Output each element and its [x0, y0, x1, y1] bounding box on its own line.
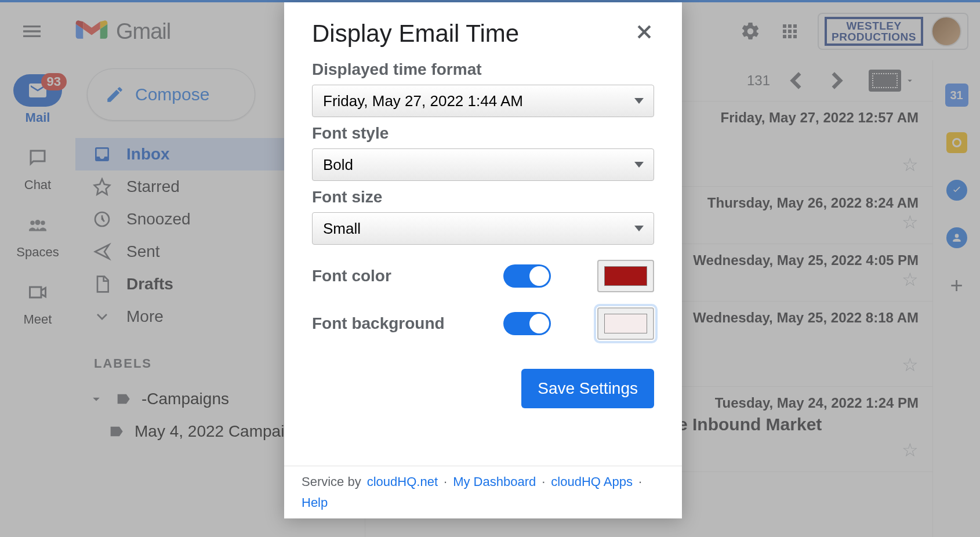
caret-down-icon — [88, 391, 104, 407]
label-time-format: Displayed time format — [312, 60, 654, 79]
clock-icon — [93, 210, 111, 228]
main-menu-button[interactable] — [12, 11, 52, 52]
keep-app[interactable] — [945, 131, 968, 154]
label-font-style: Font style — [312, 124, 654, 143]
font-background-toggle[interactable] — [503, 312, 551, 335]
time-format-select[interactable]: Friday, May 27, 2022 1:44 AM — [312, 85, 654, 117]
apps-grid-button[interactable] — [778, 20, 801, 43]
tasks-icon — [946, 180, 967, 201]
chevron-down-icon — [93, 307, 111, 326]
compose-button[interactable]: Compose — [87, 68, 255, 121]
keep-icon — [946, 132, 967, 153]
font-style-select[interactable]: Bold — [312, 148, 654, 181]
chevron-left-icon — [782, 66, 811, 95]
gear-icon — [740, 21, 761, 42]
chat-icon — [27, 147, 48, 168]
save-settings-button[interactable]: Save Settings — [521, 369, 654, 408]
star-icon[interactable]: ☆ — [902, 154, 919, 176]
contacts-app[interactable] — [945, 226, 968, 249]
font-size-select[interactable]: Small — [312, 212, 654, 245]
font-background-swatch[interactable] — [597, 307, 654, 340]
pencil-icon — [105, 85, 125, 104]
font-color-toggle[interactable] — [503, 264, 551, 288]
font-color-swatch[interactable] — [597, 260, 654, 292]
gmail-icon — [75, 18, 108, 42]
label-icon — [108, 423, 124, 440]
my-dashboard-link[interactable]: My Dashboard — [453, 474, 536, 489]
send-icon — [93, 242, 111, 261]
newer-button[interactable] — [822, 66, 851, 95]
star-icon[interactable]: ☆ — [902, 439, 919, 461]
add-app[interactable]: + — [945, 274, 968, 297]
hamburger-icon — [20, 20, 43, 43]
contacts-icon — [946, 227, 967, 248]
label-font-background: Font background — [312, 314, 492, 333]
calendar-app[interactable]: 31 — [945, 84, 968, 107]
help-link[interactable]: Help — [302, 495, 328, 510]
caret-down-icon[interactable] — [905, 75, 915, 86]
dialog-title: Display Email Time — [312, 20, 519, 48]
rail-chat[interactable]: Chat — [0, 133, 75, 201]
label-icon — [115, 391, 131, 407]
app-name: Gmail — [116, 19, 170, 44]
star-icon[interactable]: ☆ — [902, 211, 919, 233]
display-email-time-dialog: Display Email Time Displayed time format… — [284, 2, 682, 518]
rail-spaces[interactable]: Spaces — [0, 201, 75, 268]
label-font-color: Font color — [312, 267, 492, 285]
star-icon — [93, 177, 111, 196]
older-button[interactable] — [782, 66, 811, 95]
mail-badge: 93 — [41, 73, 67, 90]
org-account[interactable]: WESTLEY PRODUCTIONS — [818, 13, 968, 50]
file-icon — [93, 275, 111, 293]
rail-meet[interactable]: Meet — [0, 268, 75, 335]
chevron-right-icon — [822, 66, 851, 95]
page-count: 131 — [747, 72, 770, 89]
meet-icon — [27, 282, 48, 303]
star-icon[interactable]: ☆ — [902, 354, 919, 376]
settings-button[interactable] — [739, 20, 762, 43]
inbox-icon — [93, 145, 111, 164]
spaces-icon — [27, 215, 48, 235]
cloudhq-apps-link[interactable]: cloudHQ Apps — [551, 474, 633, 489]
close-icon — [634, 22, 654, 42]
org-logo: WESTLEY PRODUCTIONS — [825, 17, 923, 46]
cloudhq-link[interactable]: cloudHQ.net — [367, 474, 438, 489]
dialog-footer: Service by cloudHQ.net · My Dashboard · … — [284, 466, 682, 518]
tasks-app[interactable] — [945, 179, 968, 202]
avatar[interactable] — [931, 16, 961, 46]
apps-grid-icon — [779, 21, 800, 42]
gmail-logo: Gmail — [75, 18, 170, 45]
label-font-size: Font size — [312, 188, 654, 206]
star-icon[interactable]: ☆ — [902, 268, 919, 291]
dialog-close-button[interactable] — [634, 22, 654, 45]
rail-mail[interactable]: 93 Mail — [0, 66, 75, 133]
input-tools-button[interactable] — [869, 70, 901, 92]
